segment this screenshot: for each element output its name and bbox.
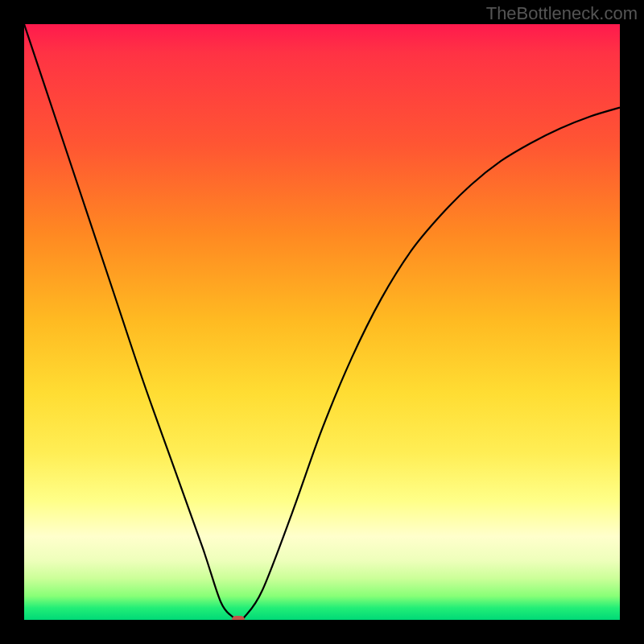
chart-plot-area [24, 24, 620, 620]
chart-curve-svg [24, 24, 620, 620]
optimal-point-marker [232, 616, 245, 620]
watermark-text: TheBottleneck.com [486, 3, 638, 24]
bottleneck-curve-path [24, 24, 620, 620]
